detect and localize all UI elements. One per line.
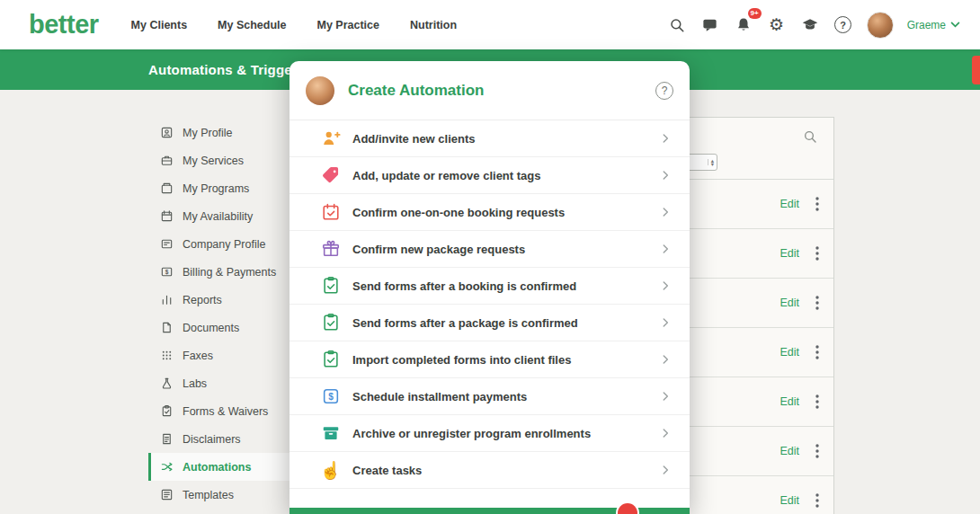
svg-text:$: $ [328,392,334,402]
automation-option-label: Add, update or remove client tags [352,169,541,182]
kebab-menu-icon[interactable] [814,393,821,411]
modal-help-icon[interactable]: ? [655,82,673,100]
sidebar-item-label: My Profile [183,127,233,139]
sidebar-item-label: Faxes [183,350,213,362]
forms-icon [159,404,174,419]
archive-icon [320,423,341,444]
settings-gear-icon[interactable]: ⚙ [767,15,787,35]
brand-logo[interactable]: better [29,10,99,40]
form-check-icon [320,313,341,333]
edit-link[interactable]: Edit [780,445,799,457]
sidebar-item-labs[interactable]: Labs [148,369,307,397]
user-avatar[interactable] [867,12,894,39]
form-check-icon [320,350,341,370]
coach-avatar [306,76,334,105]
automation-option-send-forms-after-a-package-is-confirmed[interactable]: Send forms after a package is confirmed [290,305,690,341]
side-tab-button[interactable] [972,56,980,84]
messages-icon[interactable] [700,15,720,35]
sidebar-item-documents[interactable]: Documents [148,314,307,341]
automation-option-label: Confirm one-on-one booking requests [352,206,565,219]
settings-sidebar: My ProfileMy ServicesMy ProgramsMy Avail… [148,119,307,509]
sidebar-item-billing-payments[interactable]: $Billing & Payments [148,258,307,286]
reports-icon [159,293,174,307]
nav-link-my-schedule[interactable]: My Schedule [218,19,286,31]
sidebar-item-label: Labs [183,377,207,390]
automation-option-import-completed-forms-into-client-files[interactable]: Import completed forms into client files [290,341,690,378]
sidebar-item-reports[interactable]: Reports [148,286,307,314]
sidebar-item-label: Automations [183,461,251,474]
automation-option-schedule-installment-payments[interactable]: $Schedule installment payments [290,378,690,415]
automation-option-confirm-one-on-one-booking-requests[interactable]: Confirm one-on-one booking requests [290,194,690,231]
automation-option-label: Send forms after a package is confirmed [352,316,578,330]
automation-option-confirm-new-package-requests[interactable]: Confirm new package requests [290,231,690,268]
kebab-menu-icon[interactable] [814,442,821,460]
kebab-menu-icon[interactable] [814,492,821,510]
sidebar-item-label: Reports [183,294,222,306]
automation-option-label: Create tasks [352,464,422,477]
company-icon [159,237,174,252]
spinner-icon: ▴▾ [708,159,714,165]
sidebar-item-my-services[interactable]: My Services [148,146,307,174]
edit-link[interactable]: Edit [780,494,799,507]
notification-badge: 9+ [748,8,762,20]
kebab-menu-icon[interactable] [814,244,821,262]
sidebar-item-forms-waivers[interactable]: Forms & Waivers [148,397,307,425]
automation-option-add-update-or-remove-client-tags[interactable]: Add, update or remove client tags [290,157,690,194]
faxes-icon [159,349,174,363]
notifications-bell-icon[interactable]: 9+ [734,15,753,35]
create-automation-modal: Create Automation ? Add/invite new clien… [290,61,690,514]
sidebar-item-label: Billing & Payments [183,266,276,279]
sidebar-item-label: Forms & Waivers [183,405,268,418]
automation-option-create-tasks[interactable]: ☝Create tasks [290,452,690,489]
sidebar-item-disclaimers[interactable]: Disclaimers [148,425,307,453]
automation-option-archive-or-unregister-program-enrollments[interactable]: Archive or unregister program enrollment… [290,415,690,452]
nav-link-nutrition[interactable]: Nutrition [410,19,457,31]
automation-option-add-invite-new-clients[interactable]: Add/invite new clients [290,120,690,157]
help-icon[interactable]: ? [833,15,853,35]
edit-link[interactable]: Edit [780,297,799,309]
sidebar-item-my-availability[interactable]: My Availability [148,202,307,230]
form-check-icon [320,276,341,297]
briefcase-icon [159,154,174,168]
navbar-right: 9+ ⚙ ? Graeme [667,12,960,39]
kebab-menu-icon[interactable] [814,294,821,312]
table-search-icon[interactable] [803,129,817,144]
chevron-right-icon [659,169,672,182]
search-icon[interactable] [667,15,687,35]
edit-link[interactable]: Edit [780,247,799,260]
chevron-right-icon [659,353,672,366]
automation-option-label: Schedule installment payments [352,390,527,403]
nav-link-my-practice[interactable]: My Practice [317,19,379,31]
chevron-right-icon [659,427,672,439]
edit-link[interactable]: Edit [780,346,799,359]
automation-option-label: Send forms after a booking is confirmed [352,279,576,293]
sidebar-item-label: Disclaimers [183,433,241,446]
top-navbar: better My ClientsMy ScheduleMy PracticeN… [0,0,980,49]
automation-option-label: Add/invite new clients [352,132,476,146]
sidebar-item-company-profile[interactable]: Company Profile [148,230,307,258]
automations-icon [159,460,174,474]
nav-link-my-clients[interactable]: My Clients [131,19,188,31]
edit-link[interactable]: Edit [780,198,799,210]
sidebar-item-templates[interactable]: Templates [148,481,307,509]
sidebar-item-my-profile[interactable]: My Profile [148,119,307,146]
page-title: Automations & Triggers [148,62,305,77]
sidebar-item-label: Templates [183,489,234,501]
kebab-menu-icon[interactable] [814,343,821,361]
sidebar-item-faxes[interactable]: Faxes [148,341,307,369]
sidebar-item-label: Documents [183,322,239,334]
sidebar-item-automations[interactable]: Automations [148,453,307,481]
chevron-right-icon [659,316,672,329]
education-icon[interactable] [800,15,820,35]
gift-icon [320,239,341,260]
sidebar-item-label: My Services [183,155,244,167]
edit-link[interactable]: Edit [780,395,799,408]
programs-icon [159,182,174,196]
kebab-menu-icon[interactable] [814,195,821,213]
sidebar-item-label: My Programs [183,182,249,195]
chevron-right-icon [659,243,672,255]
sidebar-item-my-programs[interactable]: My Programs [148,174,307,202]
chevron-right-icon [659,279,672,292]
user-menu[interactable]: Graeme [907,19,960,31]
automation-option-send-forms-after-a-booking-is-confirmed[interactable]: Send forms after a booking is confirmed [290,268,690,305]
